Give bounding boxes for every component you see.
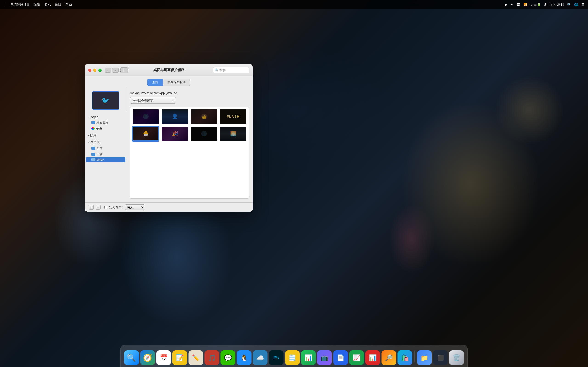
forward-button[interactable]: › (112, 68, 119, 73)
thumbnail-5[interactable]: 🐣 (132, 126, 159, 142)
sidebar-item-solid-colors[interactable]: 单色 (85, 125, 126, 131)
thumbnail-2[interactable]: 👤 (161, 109, 189, 124)
auto-change-label: 更改图片： (109, 205, 124, 209)
dock-item-qq[interactable]: 🐧 (237, 350, 251, 365)
sidebar-item-downloads[interactable]: 下载 (85, 151, 126, 157)
search-box[interactable]: 🔍 (213, 67, 250, 73)
sidebar-photos-header[interactable]: ▶ 照片 (85, 132, 126, 138)
tab-desktop[interactable]: 桌面 (147, 79, 163, 86)
menu-help[interactable]: 帮助 (65, 2, 72, 7)
menu-window[interactable]: 窗口 (55, 2, 61, 7)
sidebar-item-desktop-pictures[interactable]: 桌面图片 (85, 119, 126, 125)
interval-dropdown[interactable]: 每天 每小时 每15分钟 每30分钟 登录时 唤醒时 (125, 204, 145, 210)
photos-group-triangle: ▶ (88, 134, 89, 136)
skype-icon[interactable]: S (544, 3, 546, 6)
wifi-icon[interactable]: 📶 (523, 3, 527, 6)
folder-blue-icon-pictures (91, 147, 95, 150)
sidebar-folders-group: ▼ 文件夹 图片 下载 Movy (85, 139, 126, 162)
dock-item-notes[interactable]: 📝 (173, 350, 187, 365)
folder-blue-icon (91, 121, 95, 124)
menu-edit[interactable]: 编辑 (34, 2, 40, 7)
auto-change-checkbox[interactable] (104, 206, 107, 209)
sidebar-item-pictures[interactable]: 图片 (85, 145, 126, 151)
dock-item-excel[interactable]: 📈 (349, 350, 364, 365)
window-navigation: ‹ › (105, 68, 119, 73)
wallpaper-preview: 🐦 (92, 91, 120, 110)
sidebar-apple-group: ▼ Apple 桌面图片 单色 (85, 114, 126, 131)
sidebar-item-label: 桌面图片 (96, 120, 108, 125)
dock-item-wechat[interactable]: 💬 (221, 350, 235, 365)
window-titlebar: ‹ › ⋮⋮⋮ 桌面与屏幕保护程序 🔍 (85, 64, 253, 76)
notification-center-icon[interactable]: ☰ (581, 3, 584, 6)
sidebar-item-label: 图片 (96, 146, 103, 150)
window-controls (88, 69, 102, 72)
folder-colorful-icon (91, 127, 95, 130)
dock-item-numbers[interactable]: 📊 (301, 350, 316, 365)
sidebar: ▼ Apple 桌面图片 单色 (85, 111, 126, 202)
search-menubar-icon[interactable]: 🔍 (567, 3, 571, 6)
sidebar-item-label: Movy (96, 158, 104, 161)
apple-menu[interactable]:  (4, 2, 5, 7)
thumbnail-3[interactable]: 🧑 (190, 109, 218, 124)
wechat-icon[interactable]: 💬 (516, 3, 520, 6)
dock-item-finder[interactable]: 🔍 (124, 350, 139, 365)
menu-display[interactable]: 显示 (44, 2, 51, 7)
thumbnail-4[interactable]: FLASH (220, 109, 247, 124)
system-preferences-window: ‹ › ⋮⋮⋮ 桌面与屏幕保护程序 🔍 桌面 屏幕保护程序 (85, 64, 253, 212)
thumbnail-1[interactable]: 🌑 (132, 109, 159, 124)
datetime: 周六 10:18 (550, 2, 564, 7)
main-area: mpxaquhxxp9bh4lejvqg2ywwu4q 拉伸以充满屏幕 填充屏幕… (126, 88, 253, 202)
sidebar-item-movy[interactable]: Movy (86, 157, 125, 162)
sidebar-apple-header[interactable]: ▼ Apple (85, 114, 126, 119)
style-dropdown-wrapper: 拉伸以充满屏幕 填充屏幕 适合屏幕 居中 平铺 ⌄ (130, 97, 176, 104)
search-input[interactable] (219, 68, 247, 72)
dock-item-baiducloud[interactable]: ☁️ (253, 350, 268, 365)
thumbnail-grid: 🌑 👤 🧑 FLASH (130, 107, 249, 199)
bottom-bar: + – 更改图片： 每天 每小时 每15分钟 每30分钟 登录时 唤醒时 ⌄ (85, 202, 253, 212)
back-button[interactable]: ‹ (105, 68, 111, 73)
sidebar-item-label: 下载 (96, 152, 103, 156)
dock-item-folder[interactable]: 📁 (417, 350, 432, 365)
sidebar-folders-header[interactable]: ▼ 文件夹 (85, 139, 126, 145)
thumbnail-8[interactable]: 🌅 (220, 126, 247, 142)
apple-group-label: Apple (91, 115, 98, 119)
photos-group-label: 照片 (90, 133, 96, 137)
dock-item-scratchpad[interactable]: ✏️ (189, 350, 203, 365)
minimize-button[interactable] (93, 69, 96, 72)
close-button[interactable] (88, 69, 91, 72)
dock-item-safari[interactable]: 🧭 (140, 350, 155, 365)
apple-group-triangle: ▼ (88, 116, 90, 118)
thumbnail-6[interactable]: 🎉 (161, 126, 189, 142)
tab-screensaver[interactable]: 屏幕保护程序 (163, 79, 190, 86)
dock-item-calendar[interactable]: 📅 (156, 350, 171, 365)
dock-item-word[interactable]: 📄 (333, 350, 348, 365)
record-icon: ⏺ (504, 3, 507, 6)
bluetooth-icon[interactable]: ✦ (510, 3, 513, 6)
dock-item-appstore[interactable]: 🛍️ (398, 350, 412, 365)
grid-view-button[interactable]: ⋮⋮⋮ (120, 67, 128, 73)
auto-change-row: 更改图片： 每天 每小时 每15分钟 每30分钟 登录时 唤醒时 ⌄ (104, 204, 145, 210)
dock-item-powerpoint[interactable]: 📊 (365, 350, 380, 365)
dock-item-photoshop[interactable]: Ps (269, 350, 284, 365)
preview-section: 🐦 (85, 88, 126, 111)
menubar-right: ⏺ ✦ 💬 📶 97% 🔋 S 周六 10:18 🔍 🌐 ☰ (504, 2, 584, 7)
dock-item-stickies[interactable]: 🗒️ (285, 350, 300, 365)
menu-system-prefs[interactable]: 系统偏好设置 (10, 2, 30, 7)
style-dropdown[interactable]: 拉伸以充满屏幕 填充屏幕 适合屏幕 居中 平铺 (130, 97, 176, 104)
sidebar-photos-group: ▶ 照片 (85, 132, 126, 138)
add-folder-button[interactable]: + (89, 205, 94, 210)
dock-item-terminal[interactable]: ⬛ (433, 350, 448, 365)
remove-folder-button[interactable]: – (95, 205, 101, 210)
dock-item-trash[interactable]: 🗑️ (449, 350, 464, 365)
maximize-button[interactable] (98, 69, 102, 72)
dock-item-qsearch[interactable]: 🔎 (381, 350, 396, 365)
dock-item-keynote[interactable]: 📺 (317, 350, 332, 365)
siri-icon[interactable]: 🌐 (574, 3, 578, 6)
folder-blue-icon-movy (91, 158, 95, 161)
folders-group-triangle: ▼ (88, 141, 90, 143)
menubar:  系统偏好设置 编辑 显示 窗口 帮助 ⏺ ✦ 💬 📶 97% 🔋 S 周六 … (0, 0, 588, 9)
tab-bar: 桌面 屏幕保护程序 (85, 76, 253, 88)
dock-item-music163[interactable]: 🎵 (205, 350, 219, 365)
thumbnail-7[interactable]: 🌑 (190, 126, 218, 142)
sidebar-item-label: 单色 (96, 126, 102, 131)
